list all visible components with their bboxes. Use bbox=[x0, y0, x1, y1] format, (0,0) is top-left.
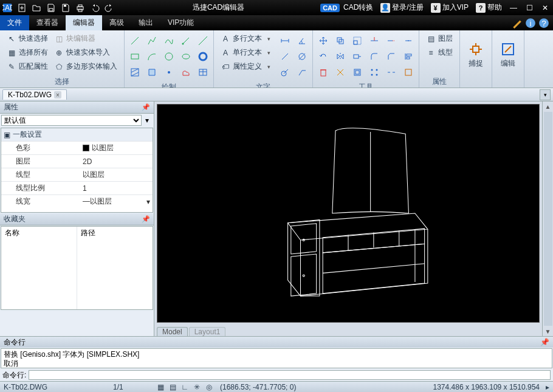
join-icon[interactable] bbox=[402, 34, 415, 47]
property-selector[interactable]: 默认值 bbox=[1, 115, 142, 126]
move-icon[interactable] bbox=[317, 34, 330, 47]
pin-icon[interactable]: 📌 bbox=[142, 103, 150, 111]
donut-icon[interactable] bbox=[196, 50, 210, 63]
open-icon[interactable] bbox=[30, 1, 43, 15]
maximize-button[interactable]: ☐ bbox=[521, 1, 537, 15]
stext-button[interactable]: A单行文本▾ bbox=[218, 46, 276, 60]
point-icon[interactable] bbox=[162, 66, 176, 79]
region-icon[interactable] bbox=[145, 66, 159, 79]
redo-icon[interactable] bbox=[103, 1, 116, 15]
vip-link[interactable]: ¥加入VIP bbox=[427, 2, 472, 13]
property-dropdown-icon[interactable]: ▾ bbox=[142, 116, 153, 125]
scroll-up-icon[interactable]: ▲ bbox=[543, 101, 553, 111]
property-category-general[interactable]: ▣一般设置 bbox=[1, 128, 153, 141]
leader-icon[interactable] bbox=[295, 66, 309, 79]
cloud-icon[interactable] bbox=[179, 66, 193, 79]
menu-vip[interactable]: VIP功能 bbox=[160, 15, 201, 30]
xline-icon[interactable] bbox=[196, 34, 210, 47]
prop-row-lineweight[interactable]: 线宽—以图层▾ bbox=[1, 194, 153, 208]
tabs-dropdown-icon[interactable]: ▾ bbox=[540, 89, 551, 100]
capture-button[interactable]: 捕捉 bbox=[464, 32, 488, 78]
prop-row-layer[interactable]: 图层2D bbox=[1, 154, 153, 168]
info-icon[interactable]: i bbox=[525, 18, 536, 29]
command-input[interactable] bbox=[29, 370, 551, 380]
prop-row-color[interactable]: 色彩以图层 bbox=[1, 141, 153, 154]
cad-convert-link[interactable]: CAD转换 bbox=[340, 2, 377, 13]
polar-toggle-icon[interactable]: ✳ bbox=[192, 383, 202, 391]
edit-button[interactable]: 编辑 bbox=[496, 32, 520, 78]
quick-select-button[interactable]: ↖快速选择 bbox=[4, 32, 51, 46]
polygon-solid-input-button[interactable]: ⬠多边形实体输入 bbox=[51, 60, 120, 74]
close-button[interactable]: ✕ bbox=[537, 1, 553, 15]
dim-radius-icon[interactable] bbox=[278, 66, 292, 79]
layer-button[interactable]: ▤图层 bbox=[423, 32, 456, 46]
extend-icon[interactable] bbox=[385, 34, 398, 47]
grid-toggle-icon[interactable]: ▤ bbox=[168, 383, 177, 391]
fillet-icon[interactable] bbox=[368, 50, 381, 63]
hatch-icon[interactable] bbox=[128, 66, 142, 79]
layout-tab[interactable]: Layout1 bbox=[189, 327, 226, 336]
copy-icon[interactable] bbox=[334, 34, 347, 47]
print-icon[interactable] bbox=[74, 1, 87, 15]
prop-row-linetype[interactable]: 线型以图层 bbox=[1, 168, 153, 181]
ellipse-icon[interactable] bbox=[179, 50, 193, 63]
save-icon[interactable] bbox=[44, 1, 58, 15]
arc-icon[interactable] bbox=[145, 50, 159, 63]
ray-icon[interactable] bbox=[179, 34, 193, 47]
spline-icon[interactable] bbox=[162, 34, 176, 47]
menu-advanced[interactable]: 高级 bbox=[102, 15, 131, 30]
chamfer-icon[interactable] bbox=[385, 50, 398, 63]
status-arrow-icon[interactable]: ▸ bbox=[546, 383, 549, 391]
minimize-button[interactable]: — bbox=[506, 1, 521, 15]
command-log[interactable]: 替换 [Geniso.shx] 字体为 [SIMPLEX.SHX] 取消 bbox=[1, 348, 552, 368]
table-icon[interactable] bbox=[196, 66, 210, 79]
new-icon[interactable] bbox=[15, 1, 29, 15]
menu-file[interactable]: 文件 bbox=[0, 15, 29, 30]
dim-angle-icon[interactable] bbox=[295, 34, 309, 47]
login-link[interactable]: 👤登录/注册 bbox=[377, 2, 427, 13]
dim-aligned-icon[interactable] bbox=[278, 50, 292, 63]
model-tab[interactable]: Model bbox=[157, 327, 188, 336]
trim-icon[interactable] bbox=[368, 34, 381, 47]
prop-row-linescale[interactable]: 线型比例1 bbox=[1, 181, 153, 194]
menu-viewer[interactable]: 查看器 bbox=[29, 15, 66, 30]
attdef-button[interactable]: 🏷属性定义▾ bbox=[218, 60, 276, 74]
undo-icon[interactable] bbox=[88, 1, 101, 15]
close-tab-icon[interactable]: × bbox=[54, 91, 61, 98]
rotate-icon[interactable] bbox=[317, 50, 330, 63]
dim-diameter-icon[interactable] bbox=[295, 50, 309, 63]
document-tab[interactable]: K-Tb02.DWG × bbox=[2, 89, 67, 100]
offset-icon[interactable] bbox=[351, 66, 364, 79]
mtext-button[interactable]: A多行文本▾ bbox=[218, 32, 276, 46]
match-prop-button[interactable]: ✎匹配属性 bbox=[4, 60, 51, 74]
explode-icon[interactable] bbox=[334, 66, 347, 79]
erase-icon[interactable] bbox=[317, 66, 330, 79]
array-icon[interactable] bbox=[368, 66, 381, 79]
block-tool-icon[interactable] bbox=[402, 66, 415, 79]
osnap-toggle-icon[interactable]: ◎ bbox=[204, 383, 214, 391]
menu-editor[interactable]: 编辑器 bbox=[66, 15, 102, 30]
help-link[interactable]: ?帮助 bbox=[472, 2, 506, 13]
dim-linear-icon[interactable] bbox=[278, 34, 292, 47]
pin-icon[interactable]: 📌 bbox=[540, 338, 549, 346]
linetype-button[interactable]: ≡线型 bbox=[423, 46, 456, 60]
circle-icon[interactable] bbox=[162, 50, 176, 63]
line-icon[interactable] bbox=[128, 34, 142, 47]
quick-solid-import-button[interactable]: ⊕快速实体导入 bbox=[51, 46, 120, 60]
polyline-icon[interactable] bbox=[145, 34, 159, 47]
help-icon[interactable]: ? bbox=[538, 18, 549, 29]
scale-icon[interactable] bbox=[351, 34, 364, 47]
ortho-toggle-icon[interactable]: ∟ bbox=[180, 383, 190, 391]
scroll-track[interactable] bbox=[544, 112, 552, 326]
save-as-icon[interactable] bbox=[59, 1, 72, 15]
rect-icon[interactable] bbox=[128, 50, 142, 63]
select-all-button[interactable]: ▦选择所有 bbox=[4, 46, 51, 60]
drawing-canvas[interactable] bbox=[157, 104, 540, 323]
scroll-down-icon[interactable]: ▼ bbox=[543, 326, 553, 336]
vertical-scrollbar[interactable]: ▲ ▼ bbox=[542, 101, 553, 336]
menu-output[interactable]: 输出 bbox=[131, 15, 160, 30]
align-icon[interactable] bbox=[402, 50, 415, 63]
pencil-ruler-icon[interactable] bbox=[512, 18, 523, 29]
mirror-icon[interactable] bbox=[334, 50, 347, 63]
pin-icon[interactable]: 📌 bbox=[142, 215, 150, 223]
